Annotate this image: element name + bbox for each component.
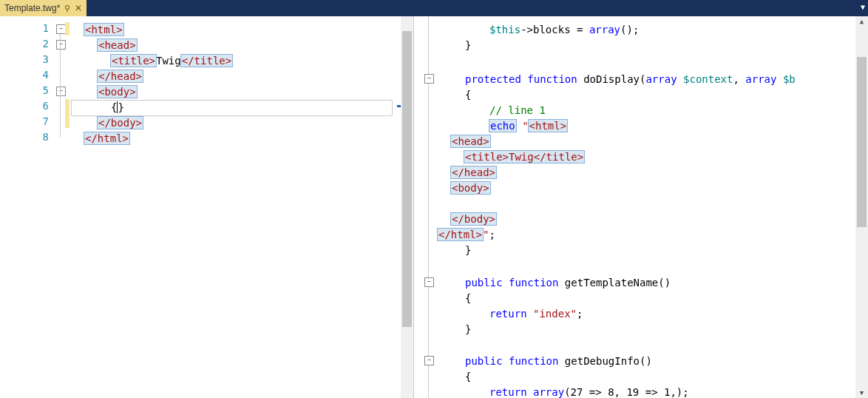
fold-toggle[interactable]: − xyxy=(424,277,434,287)
token-tag: </title> xyxy=(534,151,583,163)
line-number: 8 xyxy=(19,131,49,143)
token-kw: public xyxy=(465,277,503,289)
token-kw: array xyxy=(527,386,565,398)
token-var: $context xyxy=(677,73,733,85)
tab-dropdown-icon[interactable]: ▼ xyxy=(861,3,865,11)
token-tag: </html> xyxy=(438,229,482,240)
token-brace: } xyxy=(465,323,471,335)
token: , xyxy=(733,73,745,85)
token: getDebugInfo() xyxy=(558,355,651,367)
scroll-up-icon[interactable]: ▲ xyxy=(858,18,866,25)
outline-guide xyxy=(60,34,61,138)
token-brace: } xyxy=(465,39,471,51)
change-marker xyxy=(65,22,69,36)
token-kw: array xyxy=(589,24,620,36)
line-number: 7 xyxy=(19,115,49,127)
line-number: 1 xyxy=(19,22,49,34)
pin-icon[interactable]: ⚲ xyxy=(64,4,70,13)
line-number: 5 xyxy=(19,84,49,96)
token-var: $b xyxy=(776,73,795,85)
token-brace: { xyxy=(465,89,471,101)
line-number: 4 xyxy=(19,69,49,81)
left-gutter: 1 2 3 4 5 6 7 8 − − − xyxy=(0,16,65,398)
token-str: " xyxy=(516,120,529,132)
fold-toggle[interactable]: − xyxy=(424,356,434,365)
token-tag: <html> xyxy=(84,24,123,36)
token-kw: return xyxy=(489,308,527,320)
fold-toggle[interactable]: − xyxy=(56,87,66,96)
token-kw: function xyxy=(521,73,577,85)
file-tab[interactable]: Template.twg* ⚲ ✕ xyxy=(0,0,87,16)
scrollbar-thumb[interactable] xyxy=(857,57,867,227)
token-str: Twig xyxy=(509,151,534,163)
token-tag: </head> xyxy=(452,166,495,178)
token-tag: </title> xyxy=(181,55,232,67)
token: ; xyxy=(489,229,495,240)
fold-toggle[interactable]: − xyxy=(424,74,434,84)
token-kw: array xyxy=(645,73,677,85)
token-kw: function xyxy=(503,355,559,367)
token-kw: function xyxy=(503,277,559,289)
tab-bar: Template.twg* ⚲ ✕ ▼ xyxy=(0,0,868,16)
token: (); xyxy=(620,24,639,36)
token-tag: <body> xyxy=(452,182,489,194)
left-editor-pane[interactable]: ⬍ 1 2 3 4 5 6 7 8 − − − <html> <head> <t… xyxy=(0,16,414,398)
scrollbar-thumb[interactable] xyxy=(402,31,412,327)
token-brace: } xyxy=(465,244,471,256)
right-scrollbar[interactable]: ▲ ▼ xyxy=(855,16,868,398)
token-kw: public xyxy=(465,355,503,367)
left-code-area[interactable]: <html> <head> <title>Twig</title> </head… xyxy=(71,16,109,135)
token-brace: { xyxy=(465,292,471,304)
token: (27 => 8, 19 => 1,); xyxy=(564,386,689,398)
right-gutter: − − − xyxy=(414,16,441,398)
close-icon[interactable]: ✕ xyxy=(75,3,82,13)
token-brace: { xyxy=(465,371,471,382)
token-tag: </body> xyxy=(98,117,143,129)
token-tag: <title> xyxy=(465,151,509,163)
line-number: 3 xyxy=(19,53,49,65)
text-cursor xyxy=(117,101,118,113)
token-var: $this xyxy=(489,24,521,36)
token: ->blocks = xyxy=(521,24,589,36)
token-tag: <body> xyxy=(98,86,137,98)
token-str: "index" xyxy=(527,308,577,320)
line-number: 2 xyxy=(19,38,49,50)
editor-split: ⬍ 1 2 3 4 5 6 7 8 − − − <html> <head> <t… xyxy=(0,16,868,398)
token-tag: </html> xyxy=(84,132,129,144)
token-tag: <html> xyxy=(529,120,567,132)
token: doDisplay( xyxy=(577,73,646,85)
scroll-down-icon[interactable]: ▼ xyxy=(858,389,866,397)
tab-title: Template.twg* xyxy=(4,3,60,13)
token-brace: } xyxy=(118,101,123,113)
token-tag: <title> xyxy=(111,55,156,67)
token-kw: return xyxy=(489,386,527,398)
line-number: 6 xyxy=(19,100,49,112)
left-scrollbar[interactable] xyxy=(401,16,413,398)
token: getTemplateName() xyxy=(558,277,671,289)
token-tag: <head> xyxy=(98,39,137,51)
token-kw: array xyxy=(745,73,776,85)
token-brace: { xyxy=(111,101,117,113)
token-kw: echo xyxy=(490,120,515,132)
fold-toggle[interactable]: − xyxy=(56,40,66,50)
change-marker xyxy=(65,99,69,128)
right-code-area[interactable]: $this->blocks = array(); } protected fun… xyxy=(441,16,478,277)
right-editor-pane[interactable]: − − − $this->blocks = array(); } protect… xyxy=(414,16,868,398)
token-tag: </head> xyxy=(98,70,143,82)
token-tag: </body> xyxy=(452,213,495,225)
token: ; xyxy=(577,308,583,320)
token-kw: protected xyxy=(465,73,521,85)
token-comment: // line 1 xyxy=(489,104,546,116)
token-text: Twig xyxy=(156,55,181,67)
token-tag: <head> xyxy=(452,135,489,147)
